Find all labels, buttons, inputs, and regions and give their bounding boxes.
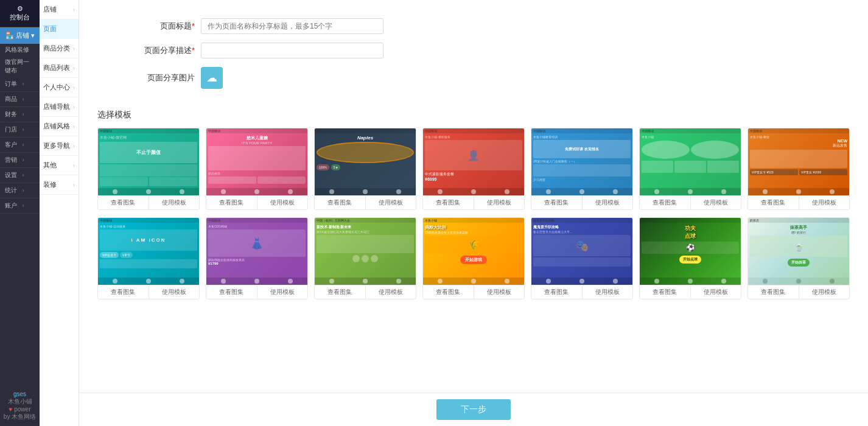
form-section: 页面标题* 页面分享描述* 页面分享图片 ☁ bbox=[91, 12, 856, 110]
nav-item-page[interactable]: 页面 bbox=[40, 19, 79, 39]
product-arrow: › bbox=[20, 96, 38, 102]
nav-other-arrow: › bbox=[73, 162, 75, 169]
template-card-12[interactable]: 魔鬼晋升职攻略 魔鬼晋升职攻略 鲁石芸晋升大佐南将汪大平... 🎭 bbox=[531, 217, 633, 299]
template-card-3[interactable]: 中国移动 Naples 100% 5★ bbox=[314, 128, 416, 210]
store-icon: 🏪 bbox=[5, 32, 14, 40]
view-btn-7[interactable]: 查看图集 bbox=[748, 196, 799, 209]
nav-dot bbox=[471, 189, 476, 194]
use-btn-2[interactable]: 使用模板 bbox=[257, 196, 308, 209]
template-card-9[interactable]: 中国移动 木鱼O2O商城 👗 新款韩版女款休闲条纹美衣 ¥1799 bbox=[206, 217, 308, 299]
nav-more-arrow: › bbox=[73, 143, 75, 149]
view-btn-6[interactable]: 查看图集 bbox=[640, 196, 691, 209]
template-preview-6: 中国移动 木鱼小铺 bbox=[640, 128, 741, 195]
title-input[interactable] bbox=[201, 18, 383, 34]
template-card-2[interactable]: 中国移动 悠米儿童糖 IT'S YOUR PARTY 新品推荐 bbox=[206, 128, 308, 210]
nav-dot bbox=[721, 189, 726, 194]
template-actions-4: 查看图集 使用模板 bbox=[423, 195, 524, 209]
use-btn-10[interactable]: 使用模板 bbox=[366, 285, 416, 299]
upload-icon: ☁ bbox=[206, 71, 217, 85]
template-card-1[interactable]: 中国移动 木鱼小铺-微官网 不止于颜值 bbox=[97, 128, 200, 210]
use-btn-6[interactable]: 使用模板 bbox=[691, 196, 741, 209]
sidebar-item-customer[interactable]: 客户› bbox=[0, 138, 40, 153]
template-card-6[interactable]: 中国移动 木鱼小铺 bbox=[639, 128, 741, 210]
view-btn-9[interactable]: 查看图集 bbox=[206, 285, 257, 299]
view-btn-11[interactable]: 查看图集 bbox=[423, 285, 474, 299]
nav-nav-arrow: › bbox=[73, 104, 75, 110]
template-card-8[interactable]: 中国移动 木鱼小铺-运动健身 I AM ICON VIP会员卡 VIP卡 bbox=[97, 217, 200, 299]
template-preview-5: 中国移动 木鱼小铺教育培训 免费试听课 欢迎报名 JR设计快速入门全能教程（一）… bbox=[531, 128, 632, 195]
nav-dot bbox=[180, 279, 184, 284]
store-arrow-icon: › bbox=[20, 127, 38, 133]
use-btn-11[interactable]: 使用模板 bbox=[474, 285, 525, 299]
template-card-7[interactable]: 中国移动 木鱼小铺-餐饮 NEW 新品发售 VIP贵宾卡 ¥520 VIP贵宾 … bbox=[747, 128, 850, 210]
template-card-11[interactable]: 木鱼小铺 捣粽大比拼 1000名会员全仗大奖等你来花粉 🌾 开始游戏 bbox=[422, 217, 525, 299]
sidebar-store-item[interactable]: 🏪 店铺 ▾ bbox=[0, 27, 40, 44]
stats-arrow: › bbox=[20, 187, 38, 194]
account-arrow: › bbox=[20, 203, 38, 209]
use-btn-1[interactable]: 使用模板 bbox=[149, 196, 200, 209]
view-btn-10[interactable]: 查看图集 bbox=[315, 285, 366, 299]
use-btn-12[interactable]: 使用模板 bbox=[583, 285, 633, 299]
upload-button[interactable]: ☁ bbox=[201, 67, 223, 89]
main-content: 页面标题* 页面分享描述* 页面分享图片 ☁ 选择模板 中国移动 bbox=[79, 0, 868, 426]
next-button[interactable]: 下一步 bbox=[436, 399, 511, 420]
sidebar-control-panel[interactable]: ⚙ 控制台 bbox=[0, 0, 40, 27]
template-card-14[interactable]: 奶茶店 抹茶高手 嘿!! 奶茶行 🍵 开始抹茶 bbox=[747, 217, 850, 299]
view-btn-2[interactable]: 查看图集 bbox=[206, 196, 257, 209]
view-btn-12[interactable]: 查看图集 bbox=[531, 285, 583, 299]
sidebar-item-settings[interactable]: 设置› bbox=[0, 168, 40, 183]
view-btn-8[interactable]: 查看图集 bbox=[98, 285, 149, 299]
view-btn-3[interactable]: 查看图集 bbox=[315, 196, 366, 209]
sidebar-item-finance[interactable]: 财务› bbox=[0, 107, 40, 122]
use-btn-5[interactable]: 使用模板 bbox=[583, 196, 633, 209]
nav-style-arrow: › bbox=[73, 124, 75, 130]
share-desc-input[interactable] bbox=[201, 43, 383, 58]
sidebar-item-fengge[interactable]: 风格装修 bbox=[0, 44, 40, 56]
template-actions-10: 查看图集 使用模板 bbox=[315, 285, 416, 299]
sidebar: ⚙ 控制台 🏪 店铺 ▾ 风格装修 微官网一键布 订单› 商品› 财务› 门店›… bbox=[0, 0, 40, 426]
view-btn-1[interactable]: 查看图集 bbox=[98, 196, 149, 209]
nav-personal-arrow: › bbox=[73, 85, 75, 91]
use-btn-7[interactable]: 使用模板 bbox=[799, 196, 850, 209]
sidebar-item-account[interactable]: 账户› bbox=[0, 198, 40, 214]
customer-arrow: › bbox=[20, 142, 38, 148]
nav-dot bbox=[613, 279, 618, 284]
sidebar-item-marketing[interactable]: 营销› bbox=[0, 153, 40, 168]
template-card-10[interactable]: 中国（杭州）互联网大会 新技术·新制造·新未来 第XX届全国红花大奖赛报名花汇作… bbox=[314, 217, 416, 299]
view-btn-5[interactable]: 查看图集 bbox=[531, 196, 583, 209]
nav-item-category[interactable]: 商品分类› bbox=[40, 39, 79, 58]
nav-item-more[interactable]: 更多导航› bbox=[40, 136, 79, 156]
template-preview-7: 中国移动 木鱼小铺-餐饮 NEW 新品发售 VIP贵宾卡 ¥520 VIP贵宾 … bbox=[748, 128, 849, 195]
view-btn-4[interactable]: 查看图集 bbox=[423, 196, 474, 209]
use-btn-14[interactable]: 使用模板 bbox=[799, 285, 850, 299]
use-btn-4[interactable]: 使用模板 bbox=[474, 196, 525, 209]
use-btn-9[interactable]: 使用模板 bbox=[257, 285, 308, 299]
template-card-4[interactable]: 中国移动 木鱼小铺-摄影服务 👤 中式摄影服务套餐 ¥6999 bbox=[422, 128, 525, 210]
template-card-13[interactable]: 功夫点球 功夫 点球 ⚽ 开始点球 bbox=[639, 217, 741, 299]
nav-item-nav[interactable]: 店铺导航› bbox=[40, 97, 79, 117]
sidebar-item-store[interactable]: 门店› bbox=[0, 122, 40, 138]
template-actions-11: 查看图集 使用模板 bbox=[423, 285, 524, 299]
nav-item-store[interactable]: 店铺› bbox=[40, 0, 79, 19]
nav-dot bbox=[505, 189, 509, 194]
template-preview-9: 中国移动 木鱼O2O商城 👗 新款韩版女款休闲条纹美衣 ¥1799 bbox=[206, 218, 307, 285]
view-btn-14[interactable]: 查看图集 bbox=[748, 285, 799, 299]
sidebar-item-weiguan[interactable]: 微官网一键布 bbox=[0, 56, 40, 77]
nav-item-other[interactable]: 其他› bbox=[40, 156, 79, 175]
use-btn-3[interactable]: 使用模板 bbox=[366, 196, 416, 209]
sidebar-item-stats[interactable]: 统计› bbox=[0, 183, 40, 198]
nav-dot bbox=[438, 279, 443, 284]
nav-item-decor[interactable]: 装修› bbox=[40, 175, 79, 195]
sidebar-item-order[interactable]: 订单› bbox=[0, 77, 40, 92]
view-btn-13[interactable]: 查看图集 bbox=[640, 285, 691, 299]
use-btn-8[interactable]: 使用模板 bbox=[149, 285, 200, 299]
template-card-5[interactable]: 中国移动 木鱼小铺教育培训 免费试听课 欢迎报名 JR设计快速入门全能教程（一）… bbox=[531, 128, 633, 210]
phone-bar-10: 中国（杭州）互联网大会 bbox=[315, 218, 416, 223]
nav-dot bbox=[654, 279, 659, 284]
nav-dot bbox=[221, 279, 226, 284]
nav-item-product-list[interactable]: 商品列表› bbox=[40, 58, 79, 78]
use-btn-13[interactable]: 使用模板 bbox=[691, 285, 741, 299]
nav-item-style[interactable]: 店铺风格› bbox=[40, 117, 79, 136]
nav-item-personal[interactable]: 个人中心› bbox=[40, 78, 79, 97]
sidebar-item-product[interactable]: 商品› bbox=[0, 92, 40, 107]
